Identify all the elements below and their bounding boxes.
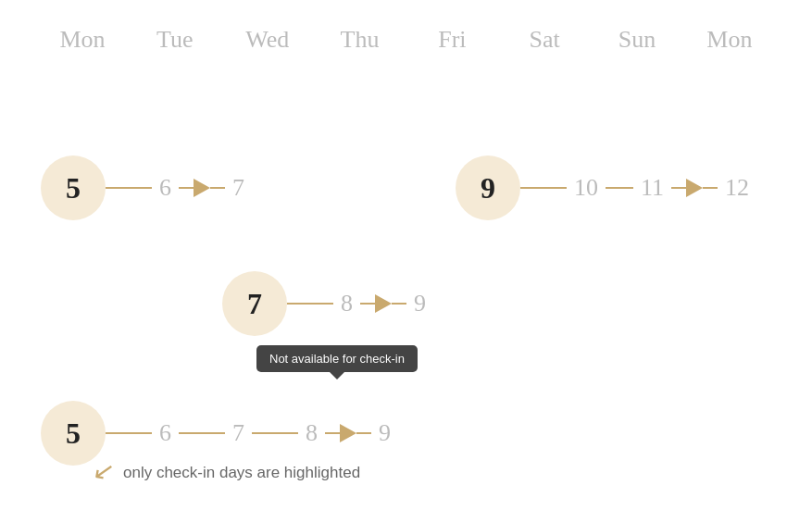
day-number: 8 <box>341 290 353 317</box>
note-text: only check-in days are highlighted <box>123 464 360 482</box>
day-label-sat-5: Sat <box>503 26 586 54</box>
timeline-line <box>325 432 340 434</box>
timeline-line <box>671 187 686 189</box>
day-number: 6 <box>159 174 171 202</box>
arrow-icon <box>194 179 210 197</box>
highlighted-day-circle: 5 <box>41 401 106 466</box>
day-number: 6 <box>159 419 171 447</box>
day-number: 10 <box>574 174 598 202</box>
timeline-line <box>106 187 152 189</box>
timeline-line <box>606 187 633 189</box>
day-label-sun-6: Sun <box>595 26 679 54</box>
arrow-icon <box>340 424 356 442</box>
timeline-area: 567910111278956789Not available for chec… <box>0 63 812 433</box>
timeline-line <box>360 303 375 305</box>
day-label-thu-3: Thu <box>319 26 402 54</box>
bottom-note: ↙ only check-in days are highlighted <box>93 454 360 484</box>
row1: 5679101112 <box>41 155 756 220</box>
highlighted-day-circle: 9 <box>456 155 520 220</box>
highlighted-day-circle: 7 <box>222 271 287 336</box>
timeline-line <box>356 432 371 434</box>
highlighted-day-circle: 5 <box>41 155 106 220</box>
day-number: 9 <box>379 419 391 447</box>
day-label-mon-7: Mon <box>688 26 771 54</box>
timeline-line <box>392 303 406 305</box>
arrow-icon <box>375 294 392 313</box>
day-number: 7 <box>232 174 244 202</box>
day-label-tue-1: Tue <box>133 26 217 54</box>
timeline-line <box>520 187 567 189</box>
day-number: 7 <box>232 419 244 447</box>
timeline-line <box>179 187 194 189</box>
timeline-line <box>252 432 298 434</box>
timeline-line <box>179 432 225 434</box>
arrow-icon <box>686 179 703 197</box>
day-label-fri-4: Fri <box>410 26 493 54</box>
day-label-wed-2: Wed <box>226 26 309 54</box>
row2: 789 <box>222 271 433 336</box>
timeline-line <box>106 432 152 434</box>
tooltip: Not available for check-in <box>256 345 418 372</box>
days-header: MonTueWedThuFriSatSunMon <box>0 0 812 54</box>
day-number: 11 <box>641 174 664 202</box>
timeline-line <box>210 187 225 189</box>
day-number: 12 <box>725 174 749 202</box>
day-number: 8 <box>306 419 318 447</box>
curve-arrow-icon: ↙ <box>91 456 117 486</box>
day-number: 9 <box>414 290 426 317</box>
day-label-mon-0: Mon <box>41 26 124 54</box>
timeline-line <box>703 187 718 189</box>
timeline-line <box>287 303 333 305</box>
